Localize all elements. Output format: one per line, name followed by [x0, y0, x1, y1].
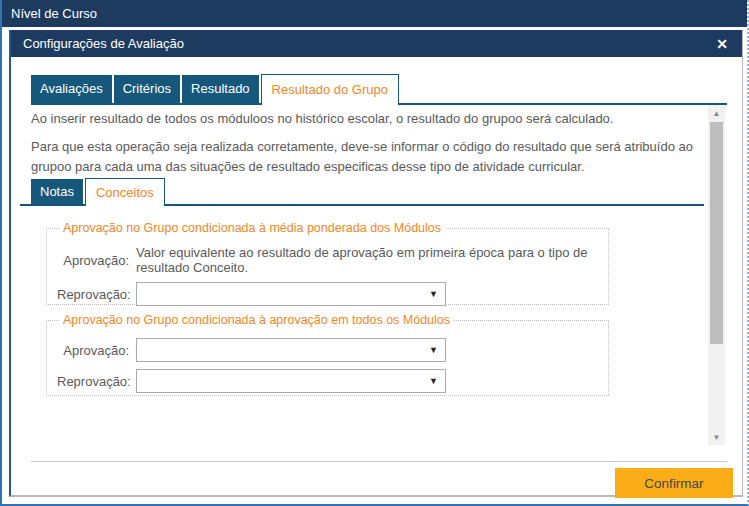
- group-media-ponderada-fieldset: Aprovação no Grupo condicionada à média …: [46, 221, 609, 305]
- confirmar-button[interactable]: Confirmar: [615, 468, 733, 498]
- reprovacao-row: Reprovação: ▼: [57, 369, 598, 393]
- configuracoes-avaliacao-dialog: Configurações de Avaliação ✕ Avaliações …: [9, 30, 743, 497]
- scroll-down-icon[interactable]: ▼: [708, 429, 725, 445]
- reprovacao-label: Reprovação:: [57, 287, 129, 302]
- window-title: Nível de Curso: [11, 6, 97, 21]
- dialog-body: Avaliações Critérios Resultado Resultado…: [11, 57, 742, 495]
- reprovacao-media-select[interactable]: [136, 282, 446, 306]
- vertical-scrollbar[interactable]: ▲ ▼: [708, 105, 725, 445]
- nivel-de-curso-window: Nível de Curso Configurações de Avaliaçã…: [0, 0, 749, 506]
- scrollbar-thumb[interactable]: [710, 122, 723, 344]
- tab-avaliacoes[interactable]: Avaliações: [31, 75, 112, 103]
- subtab-notas[interactable]: Notas: [31, 179, 83, 204]
- intro-paragraph-1: Ao inserir resultado de todos os móduloo…: [31, 109, 696, 129]
- aprovacao-label: Aprovação:: [57, 343, 129, 358]
- group-media-ponderada-legend: Aprovação no Grupo condicionada à média …: [59, 221, 445, 235]
- aprovacao-value-text: Valor equivalente ao resultado de aprova…: [136, 245, 598, 275]
- dialog-title: Configurações de Avaliação: [23, 36, 184, 51]
- sub-tab-bar: Notas Conceitos: [20, 178, 704, 206]
- aprovacao-todos-select[interactable]: [136, 338, 446, 362]
- reprovacao-label: Reprovação:: [57, 374, 129, 389]
- tab-resultado[interactable]: Resultado: [182, 75, 259, 103]
- close-icon[interactable]: ✕: [716, 37, 728, 51]
- dialog-header: Configurações de Avaliação ✕: [11, 30, 742, 57]
- scroll-up-icon[interactable]: ▲: [708, 105, 725, 121]
- main-tab-bar: Avaliações Critérios Resultado Resultado…: [31, 74, 727, 105]
- subtab-conceitos[interactable]: Conceitos: [85, 178, 165, 206]
- tab-resultado-do-grupo[interactable]: Resultado do Grupo: [261, 74, 399, 105]
- tab-criterios[interactable]: Critérios: [114, 75, 180, 103]
- aprovacao-static-row: Aprovação: Valor equivalente ao resultad…: [57, 245, 598, 275]
- aprovacao-label: Aprovação:: [57, 253, 129, 268]
- intro-paragraph-2: Para que esta operação seja realizada co…: [31, 137, 696, 177]
- reprovacao-row: Reprovação: ▼: [57, 282, 598, 306]
- group-todos-modulos-legend: Aprovação no Grupo condicionada à aprova…: [59, 313, 454, 327]
- window-titlebar: Nível de Curso: [0, 0, 749, 27]
- reprovacao-todos-select[interactable]: [136, 369, 446, 393]
- footer-divider: [31, 461, 727, 462]
- aprovacao-row: Aprovação: ▼: [57, 338, 598, 362]
- group-todos-modulos-fieldset: Aprovação no Grupo condicionada à aprova…: [46, 313, 609, 396]
